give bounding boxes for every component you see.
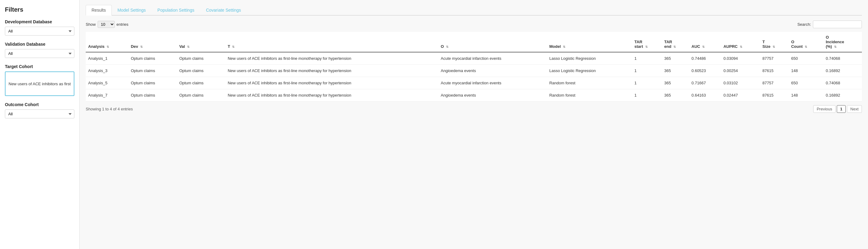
- sort-icon-dev: ⇅: [140, 45, 143, 49]
- table-row: Analysis_3Optum claimsOptum claimsNew us…: [86, 65, 862, 77]
- cell-model: Random forest: [547, 89, 632, 102]
- col-t[interactable]: T ⇅: [225, 32, 438, 52]
- next-button[interactable]: Next: [847, 105, 862, 113]
- cell-tar_end: 365: [662, 65, 689, 77]
- target-cohort-select[interactable]: New users of ACE inhibitors as first-lin…: [5, 72, 74, 96]
- previous-button[interactable]: Previous: [813, 105, 836, 113]
- cell-model: Lasso Logistic Regression: [547, 65, 632, 77]
- cell-tar_end: 365: [662, 52, 689, 65]
- sort-icon-auprc: ⇅: [740, 45, 742, 49]
- table-footer: Showing 1 to 4 of 4 entries Previous 1 N…: [86, 105, 862, 113]
- tab-model-settings[interactable]: Model Settings: [112, 5, 152, 16]
- show-entries: Show 10 25 50 100 entries: [86, 21, 128, 28]
- cell-auprc: 0.02447: [721, 89, 760, 102]
- outcome-cohort-label: Outcome Cohort: [5, 102, 74, 107]
- col-tar-start[interactable]: TARstart ⇅: [632, 32, 662, 52]
- col-o[interactable]: O ⇅: [438, 32, 547, 52]
- cell-auprc: 0.03102: [721, 77, 760, 89]
- cell-o_count: 650: [789, 77, 823, 89]
- col-o-count[interactable]: OCount ⇅: [789, 32, 823, 52]
- cell-tar_start: 1: [632, 89, 662, 102]
- col-val[interactable]: Val ⇅: [177, 32, 225, 52]
- cell-model: Random forest: [547, 77, 632, 89]
- cell-t_size: 87615: [760, 89, 789, 102]
- cell-auc: 0.71667: [689, 77, 721, 89]
- cell-t_size: 87615: [760, 65, 789, 77]
- validation-database-filter: Validation Database All: [5, 42, 74, 58]
- sort-icon-model: ⇅: [563, 45, 565, 49]
- sort-icon-t-size: ⇅: [773, 45, 775, 49]
- target-cohort-label: Target Cohort: [5, 64, 74, 69]
- cell-o_incidence: 0.74068: [823, 77, 862, 89]
- search-box: Search:: [797, 21, 862, 28]
- tab-population-settings[interactable]: Population Settings: [152, 5, 200, 16]
- development-database-label: Development Database: [5, 19, 74, 24]
- cell-analysis: Analysis_5: [86, 77, 128, 89]
- cell-auprc: 0.03094: [721, 52, 760, 65]
- cell-o_incidence: 0.16892: [823, 65, 862, 77]
- tab-bar: Results Model Settings Population Settin…: [86, 5, 862, 16]
- cell-val: Optum claims: [177, 52, 225, 65]
- cell-o_count: 148: [789, 89, 823, 102]
- show-entries-select[interactable]: 10 25 50 100: [98, 21, 115, 28]
- main-content: Results Model Settings Population Settin…: [80, 0, 868, 249]
- sort-icon-o-incidence: ⇅: [834, 45, 836, 49]
- col-tar-end[interactable]: TARend ⇅: [662, 32, 689, 52]
- cell-t: New users of ACE inhibitors as first-lin…: [225, 77, 438, 89]
- cell-auc: 0.60523: [689, 65, 721, 77]
- cell-o_incidence: 0.16892: [823, 89, 862, 102]
- search-label: Search:: [797, 22, 811, 27]
- sort-icon-o-count: ⇅: [805, 45, 807, 49]
- cell-o: Acute myocardial infarction events: [438, 52, 547, 65]
- sort-icon-auc: ⇅: [702, 45, 705, 49]
- cell-tar_start: 1: [632, 65, 662, 77]
- cell-tar_end: 365: [662, 77, 689, 89]
- current-page: 1: [837, 105, 846, 113]
- validation-database-select[interactable]: All: [5, 49, 74, 58]
- col-auprc[interactable]: AUPRC ⇅: [721, 32, 760, 52]
- col-auc[interactable]: AUC ⇅: [689, 32, 721, 52]
- cell-o_count: 148: [789, 65, 823, 77]
- development-database-select[interactable]: All: [5, 27, 74, 35]
- sort-icon-o: ⇅: [446, 45, 448, 49]
- cell-tar_end: 365: [662, 89, 689, 102]
- validation-database-label: Validation Database: [5, 42, 74, 47]
- cell-o_count: 650: [789, 52, 823, 65]
- cell-t_size: 87757: [760, 52, 789, 65]
- cell-tar_start: 1: [632, 52, 662, 65]
- col-dev[interactable]: Dev ⇅: [128, 32, 177, 52]
- show-label: Show: [86, 22, 96, 27]
- cell-auprc: 0.00254: [721, 65, 760, 77]
- table-row: Analysis_1Optum claimsOptum claimsNew us…: [86, 52, 862, 65]
- sort-icon-tar-start: ⇅: [645, 45, 648, 49]
- tab-covariate-settings[interactable]: Covariate Settings: [200, 5, 247, 16]
- cell-model: Lasso Logistic Regression: [547, 52, 632, 65]
- table-row: Analysis_7Optum claimsOptum claimsNew us…: [86, 89, 862, 102]
- cell-val: Optum claims: [177, 89, 225, 102]
- results-table: Analysis ⇅ Dev ⇅ Val ⇅ T ⇅ O ⇅: [86, 32, 862, 102]
- col-analysis[interactable]: Analysis ⇅: [86, 32, 128, 52]
- cell-t_size: 87757: [760, 77, 789, 89]
- cell-dev: Optum claims: [128, 89, 177, 102]
- cell-analysis: Analysis_1: [86, 52, 128, 65]
- cell-analysis: Analysis_3: [86, 65, 128, 77]
- outcome-cohort-select[interactable]: All: [5, 109, 74, 118]
- cell-o: Acute myocardial infarction events: [438, 77, 547, 89]
- col-o-incidence[interactable]: OIncidence(%) ⇅: [823, 32, 862, 52]
- development-database-filter: Development Database All: [5, 19, 74, 35]
- col-t-size[interactable]: TSize ⇅: [760, 32, 789, 52]
- cell-val: Optum claims: [177, 77, 225, 89]
- cell-o_incidence: 0.74068: [823, 52, 862, 65]
- tab-results[interactable]: Results: [86, 5, 112, 16]
- col-model[interactable]: Model ⇅: [547, 32, 632, 52]
- showing-text: Showing 1 to 4 of 4 entries: [86, 107, 133, 111]
- cell-o: Angioedema events: [438, 65, 547, 77]
- search-input[interactable]: [813, 21, 862, 28]
- table-row: Analysis_5Optum claimsOptum claimsNew us…: [86, 77, 862, 89]
- sidebar: Filters Development Database All Validat…: [0, 0, 80, 249]
- cell-dev: Optum claims: [128, 65, 177, 77]
- cell-t: New users of ACE inhibitors as first-lin…: [225, 52, 438, 65]
- cell-analysis: Analysis_7: [86, 89, 128, 102]
- target-cohort-filter: Target Cohort New users of ACE inhibitor…: [5, 64, 74, 96]
- entries-label: entries: [117, 22, 128, 27]
